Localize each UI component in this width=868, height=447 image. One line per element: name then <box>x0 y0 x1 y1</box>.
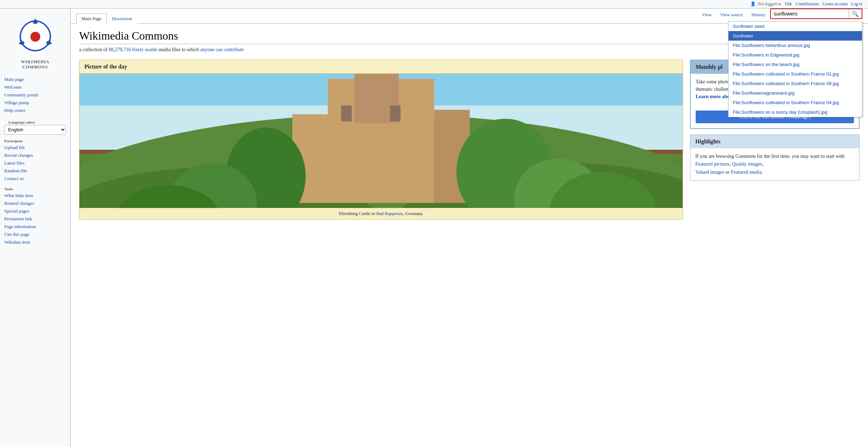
sidebar-item-contact-us[interactable]: Contact us <box>0 175 70 183</box>
svg-rect-22 <box>390 106 400 121</box>
main-content: Main Page Discussion View View source Hi… <box>71 8 868 447</box>
search-box: 🔍 <box>770 8 862 19</box>
subtitle-before: a collection of <box>79 47 109 52</box>
sidebar-item-latest-files[interactable]: Latest files <box>0 159 70 167</box>
autocomplete-item[interactable]: File:Sunflowersagnaneamt.jpg <box>729 88 862 98</box>
sidebar-nav-section: Main page Welcome Community portal Villa… <box>0 76 70 114</box>
potd-caption: Ehrenberg Castle in Bad Rappenau, German… <box>79 208 683 219</box>
sidebar: WIKIMEDIACOMMONS Main page Welcome Commu… <box>0 8 71 447</box>
view-link[interactable]: View <box>698 11 715 19</box>
view-source-link[interactable]: View source <box>717 11 747 19</box>
featured-pictures-link[interactable]: Featured pictures <box>695 161 730 167</box>
history-link[interactable]: History <box>748 11 769 19</box>
tools-title: Tools <box>0 185 70 192</box>
sidebar-item-main-page[interactable]: Main page <box>0 76 70 83</box>
sidebar-item-help-center[interactable]: Help center <box>0 107 70 114</box>
autocomplete-item[interactable]: File:Sunflowers cultivated in Southern F… <box>729 98 862 107</box>
page-layout: WIKIMEDIACOMMONS Main page Welcome Commu… <box>0 8 868 447</box>
caption-before: Ehrenberg Castle in <box>339 211 376 216</box>
caption-after: , Germany. <box>403 211 423 216</box>
subtitle-link-contribute[interactable]: anyone can contribute <box>200 47 244 52</box>
svg-point-4 <box>30 32 40 42</box>
page-actions: View View source History 🔍 Sunflower see… <box>698 8 862 23</box>
autocomplete-item-selected[interactable]: Sunflower <box>729 31 862 41</box>
highlights-comma2: , <box>762 161 763 167</box>
autocomplete-item[interactable]: File:Sunflowers on a sunny day (Unsplash… <box>729 107 862 117</box>
top-bar: 👤 Not logged in Talk Contributions Creat… <box>0 0 868 8</box>
svg-point-5 <box>34 21 37 24</box>
highlights-box: Highlights If you are browsing Commons f… <box>690 135 860 181</box>
featured-media-link[interactable]: Featured media <box>731 169 762 175</box>
sidebar-item-permanent-link[interactable]: Permanent link <box>0 215 70 223</box>
sidebar-item-village-pump[interactable]: Village pump <box>0 99 70 107</box>
highlights-end: . <box>761 169 763 175</box>
language-section: Language select English Deutsch Français… <box>0 117 70 137</box>
sidebar-item-community-portal[interactable]: Community portal <box>0 91 70 99</box>
logo-image <box>14 16 57 58</box>
page-header: Main Page Discussion View View source Hi… <box>71 8 868 24</box>
sidebar-item-related-changes[interactable]: Related changes <box>0 199 70 207</box>
quality-images-link[interactable]: Quality images <box>732 161 762 167</box>
user-icon: 👤 <box>750 1 756 7</box>
sidebar-item-welcome[interactable]: Welcome <box>0 83 70 91</box>
sidebar-item-page-information[interactable]: Page information <box>0 223 70 231</box>
sidebar-item-random-file[interactable]: Random file <box>0 167 70 175</box>
create-account-link[interactable]: Create account <box>822 1 848 7</box>
language-select[interactable]: English Deutsch Français Español <box>4 125 66 135</box>
logo-text: WIKIMEDIACOMMONS <box>21 59 49 70</box>
autocomplete-item[interactable]: File:Sunflowers on the beach.jpg <box>729 60 862 69</box>
search-input[interactable] <box>771 9 849 18</box>
subtitle-middle: media files to which <box>157 47 200 52</box>
search-container: 🔍 Sunflower seed Sunflower File:Sunflowe… <box>770 8 862 21</box>
sidebar-item-upload-file[interactable]: Upload file <box>0 144 70 151</box>
autocomplete-item[interactable]: File:Sunflowers cultivated in Southern F… <box>729 79 862 88</box>
contributions-link[interactable]: Contributions <box>796 1 819 7</box>
caption-link[interactable]: Bad Rappenau <box>376 211 403 216</box>
highlights-body: If you are browsing Commons for the firs… <box>690 148 859 180</box>
highlights-or: or <box>724 169 731 175</box>
tools-section: Tools What links here Related changes Sp… <box>0 185 70 246</box>
potd-header: Picture of the day <box>79 60 683 74</box>
highlights-header: Highlights <box>690 135 859 148</box>
not-logged-in-label: Not logged in <box>758 1 781 7</box>
autocomplete-item[interactable]: File:Sunflowers in Edgewood.jpg <box>729 50 862 60</box>
talk-link[interactable]: Talk <box>785 1 792 7</box>
potd-box: Picture of the day <box>79 60 683 220</box>
tab-discussion[interactable]: Discussion <box>107 13 137 24</box>
svg-point-6 <box>46 41 49 44</box>
sidebar-item-wikidata-item[interactable]: Wikidata item <box>0 238 70 246</box>
participate-section: Participate Upload file Recent changes L… <box>0 137 70 183</box>
log-in-link[interactable]: Log in <box>851 1 862 7</box>
autocomplete-dropdown: Sunflower seed Sunflower File:Sunflowers… <box>728 21 862 117</box>
page-tabs: Main Page Discussion <box>76 13 698 23</box>
autocomplete-item[interactable]: File:Sunflowers helianthus annuus.jpg <box>729 41 862 50</box>
svg-point-7 <box>22 41 24 44</box>
sidebar-item-cite-this-page[interactable]: Cite this page <box>0 231 70 238</box>
potd-image <box>79 74 683 208</box>
tab-main-page[interactable]: Main Page <box>76 13 107 24</box>
sidebar-item-special-pages[interactable]: Special pages <box>0 207 70 215</box>
highlights-text-before: If you are browsing Commons for the firs… <box>695 154 845 159</box>
svg-rect-21 <box>341 106 352 121</box>
language-section-title: Language select <box>4 119 66 125</box>
autocomplete-item[interactable]: Sunflower seed <box>729 22 862 31</box>
potd-column: Picture of the day <box>79 60 683 220</box>
search-button[interactable]: 🔍 <box>849 9 862 18</box>
sidebar-item-recent-changes[interactable]: Recent changes <box>0 151 70 159</box>
valued-images-link[interactable]: Valued images <box>695 169 724 175</box>
subtitle-link-freely-usable[interactable]: 88,270,716 freely usable <box>109 47 157 52</box>
autocomplete-item[interactable]: File:Sunflowers cultivated in Southern F… <box>729 69 862 79</box>
sidebar-item-what-links-here[interactable]: What links here <box>0 192 70 199</box>
logo: WIKIMEDIACOMMONS <box>0 11 70 76</box>
highlights-comma: , <box>730 161 732 167</box>
participate-title: Participate <box>0 137 70 144</box>
